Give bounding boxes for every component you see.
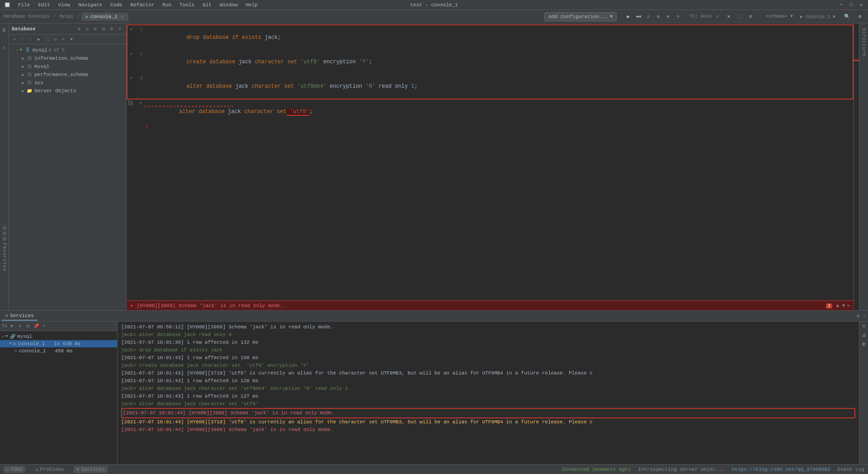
menu-tools[interactable]: Tools: [178, 1, 196, 9]
tab-services[interactable]: ⚙ Services: [2, 312, 38, 321]
breadcrumb-mysql[interactable]: mysql: [60, 14, 73, 19]
output-clear-icon[interactable]: 🗑: [862, 341, 866, 347]
line-3-content[interactable]: alter database jack character set 'utf8m…: [146, 74, 853, 99]
line-1-content[interactable]: drop database if exists jack;: [146, 25, 853, 50]
menu-run[interactable]: Run: [160, 1, 173, 9]
services-status-tab[interactable]: ⚙ Services: [74, 466, 108, 473]
service-mysql-arrow[interactable]: ▼: [5, 334, 10, 339]
breadcrumb-db-consoles[interactable]: Database Consoles: [4, 14, 50, 19]
add-configuration-button[interactable]: Add Configuration... ▼: [544, 12, 616, 21]
db-toolbar-down[interactable]: ↓: [27, 36, 34, 43]
service-item-mysql[interactable]: ✓ ▼ 🔗 mysql: [0, 333, 117, 340]
search-button[interactable]: 🔍: [843, 12, 852, 21]
menu-window[interactable]: Window: [218, 1, 240, 9]
mysql-expand-arrow[interactable]: ▼: [20, 48, 24, 52]
service-item-console1-sub[interactable]: ▷ console_1 450 ms: [0, 347, 117, 355]
menu-code[interactable]: Code: [108, 1, 124, 9]
mysql-schema-arrow[interactable]: ▶: [22, 64, 26, 69]
perf-schema-arrow[interactable]: ▶: [22, 72, 26, 77]
error-bar-close[interactable]: ✕: [847, 303, 850, 308]
output-scroll-icon[interactable]: ⊟: [862, 323, 865, 329]
db-panel-layout-icon[interactable]: ⊟: [100, 25, 107, 33]
favorites-label[interactable]: Favorites: [1, 240, 8, 274]
tree-item-server-objects[interactable]: ▶ 📁 Server Objects: [9, 87, 126, 95]
tree-item-sys[interactable]: ▶ ⬡ sys: [9, 79, 126, 87]
menu-edit[interactable]: Edit: [36, 1, 52, 9]
toolbar-rerun-button[interactable]: ↺: [644, 12, 653, 21]
tree-item-information-schema[interactable]: ▶ ⬡ information_schema: [9, 54, 126, 62]
menu-bar[interactable]: File Edit View Navigate Code Refactor Ru…: [16, 1, 259, 9]
menu-refactor[interactable]: Refactor: [128, 1, 156, 9]
toolbar-stop-button[interactable]: ◀◀: [634, 12, 643, 21]
status-url[interactable]: https://blog.csdn.net/qq_37960602: [732, 467, 830, 472]
menu-help[interactable]: Help: [244, 1, 259, 9]
db-panel-refresh-icon[interactable]: ↻: [84, 25, 91, 33]
menu-view[interactable]: View: [57, 1, 72, 9]
schema-stop-button[interactable]: ⬛: [735, 12, 744, 21]
server-objects-arrow[interactable]: ▶: [22, 89, 26, 94]
info-schema-icon: ⬡: [26, 55, 33, 62]
code-editor[interactable]: ✓ 1 drop database if exists jack; ✓ 2 cr…: [127, 24, 854, 300]
services-pin-icon[interactable]: 📌: [33, 322, 40, 330]
toolbar-coverage-button[interactable]: ◎: [654, 12, 663, 21]
service-console1-label: console_1 1s 630 ms: [18, 341, 81, 346]
close-button[interactable]: ✕: [858, 2, 864, 8]
maximize-button[interactable]: □: [848, 2, 854, 8]
sys-arrow[interactable]: ▶: [22, 81, 26, 85]
tab-close-icon[interactable]: ✕: [121, 14, 124, 19]
db-panel-filter-icon[interactable]: ⚙: [92, 25, 99, 33]
error-nav-up[interactable]: ▲: [836, 303, 840, 308]
line-4-content[interactable]: alter database jack character set 'utf8'…: [145, 100, 854, 124]
output-print-icon[interactable]: 🖨: [862, 332, 866, 338]
active-tab[interactable]: ▶ console_1 ✕: [81, 13, 128, 21]
services-collapse-icon[interactable]: ⊟: [24, 322, 32, 330]
services-add-icon[interactable]: +: [41, 322, 48, 330]
window-controls[interactable]: ─ □ ✕: [838, 2, 864, 8]
db-toolbar-filter2[interactable]: ▼: [68, 36, 75, 43]
tree-item-mysql-schema[interactable]: ▶ ⬡ mysql: [9, 62, 126, 71]
tree-item-mysql[interactable]: ✓ ▼ 🗄 mysql 4 of 5: [9, 46, 126, 54]
server-objects-icon: 📁: [26, 88, 33, 94]
info-schema-arrow[interactable]: ▶: [22, 56, 26, 61]
favorites-icon[interactable]: F: [3, 46, 5, 51]
settings-button[interactable]: ⚙: [855, 12, 864, 21]
toolbar-run-button[interactable]: ▶: [624, 12, 633, 21]
services-filter-icon[interactable]: ▼: [8, 322, 15, 330]
db-panel-add-icon[interactable]: ⊕: [75, 25, 83, 33]
db-toolbar-stop[interactable]: ⬛: [43, 36, 51, 43]
event-log-label[interactable]: Event Log: [838, 467, 864, 472]
output-line-5: [2021-07-07 10:01:43] 1 row affected in …: [121, 354, 855, 362]
bottom-minimize-icon[interactable]: ─: [863, 313, 866, 319]
menu-navigate[interactable]: Navigate: [76, 1, 104, 9]
db-toolbar-up[interactable]: ↑: [19, 36, 26, 43]
bottom-settings-icon[interactable]: ⚙: [857, 313, 860, 319]
schema-cancel-button[interactable]: ✕: [724, 12, 733, 21]
menu-git[interactable]: Git: [201, 1, 213, 9]
toolbar-profile-button[interactable]: ⊕: [664, 12, 673, 21]
database-side-icon[interactable]: 🗄: [1, 27, 8, 33]
services-expand-icon[interactable]: ≡: [16, 322, 24, 330]
menu-file[interactable]: File: [16, 1, 32, 9]
db-toolbar-new[interactable]: +: [11, 36, 18, 43]
error-nav-down[interactable]: ▼: [842, 303, 845, 308]
console-selector[interactable]: ▶ console_1 ▼: [800, 14, 835, 19]
service-console1-arrow[interactable]: ▼: [9, 341, 14, 346]
db-toolbar-action[interactable]: ▶: [35, 36, 42, 43]
tree-item-performance-schema[interactable]: ▶ ⬡ performance_schema: [9, 71, 126, 79]
db-toolbar-edit[interactable]: ✎: [60, 36, 67, 43]
schema-selector[interactable]: <schema> ▼: [766, 14, 793, 19]
minimize-button[interactable]: ─: [838, 2, 844, 8]
db-panel-settings-icon[interactable]: ⚙: [108, 25, 115, 33]
toolbar-edit-config-button[interactable]: ✎: [674, 12, 683, 21]
problems-tab[interactable]: ⚠ Problems: [33, 466, 66, 473]
db-panel-close-icon[interactable]: ×: [116, 25, 123, 33]
right-scroll-bar[interactable]: [854, 24, 859, 310]
todo-tab[interactable]: ☑ TODO: [4, 466, 25, 473]
line-2-content[interactable]: create database jack character set 'utf8…: [146, 50, 853, 74]
structure-label[interactable]: Structure: [860, 25, 867, 59]
db-toolbar-refresh2[interactable]: ↻: [52, 36, 59, 43]
highlighted-output-line: [2021-07-07 10:01:44] [HY000][3989] Sche…: [121, 408, 855, 418]
schema-list-button[interactable]: ≡: [746, 12, 755, 21]
service-item-console1[interactable]: ▼ ▶ console_1 1s 630 ms: [0, 340, 117, 347]
schema-check-button[interactable]: ✓: [713, 12, 722, 21]
